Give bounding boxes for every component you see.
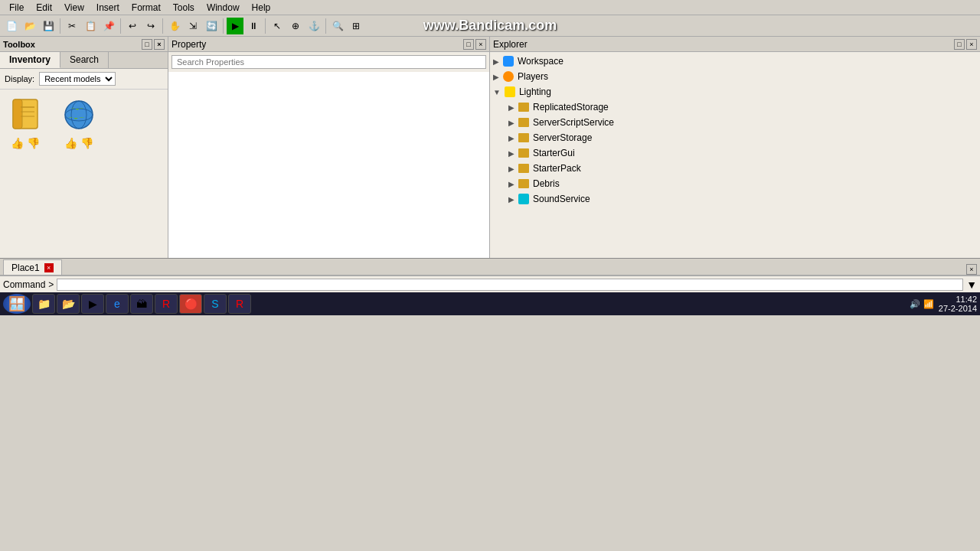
tb-play[interactable]: ▶ xyxy=(227,18,243,34)
command-bar: Command > ▼ xyxy=(0,276,980,292)
toolbox-item-2[interactable]: 👍 👎 xyxy=(60,96,98,149)
tab-place1-close[interactable]: × xyxy=(44,263,54,272)
property-close[interactable]: × xyxy=(475,39,486,50)
svg-rect-1 xyxy=(13,99,22,129)
taskbar-app-folder[interactable]: 📂 xyxy=(57,294,80,314)
tab-search[interactable]: Search xyxy=(60,52,109,68)
top-panels: Toolbox □ × Inventory Search Display: Re… xyxy=(0,37,980,259)
lighting-arrow: ▼ xyxy=(493,88,501,96)
property-title: Property xyxy=(172,39,206,50)
tb-new[interactable]: 📄 xyxy=(3,18,20,34)
menu-view[interactable]: View xyxy=(58,1,90,15)
tb-select[interactable]: ↖ xyxy=(269,18,286,34)
menu-bar: File Edit View Insert Format Tools Windo… xyxy=(0,0,980,15)
display-label: Display: xyxy=(5,74,34,83)
players-icon xyxy=(502,70,514,83)
tb-sep-1 xyxy=(60,18,60,34)
menu-help[interactable]: Help xyxy=(246,1,277,15)
thumb-up-1[interactable]: 👍 xyxy=(11,137,24,149)
tabs-bar: Place1 × × xyxy=(0,259,980,276)
taskbar-app-chrome[interactable]: 🔴 xyxy=(179,294,202,314)
tb-paste[interactable]: 📌 xyxy=(100,18,117,34)
explorer-replicated-storage[interactable]: ▶ ReplicatedStorage xyxy=(490,99,980,115)
explorer-debris[interactable]: ▶ Debris xyxy=(490,176,980,191)
tb-redo[interactable]: ↪ xyxy=(142,18,159,34)
debris-arrow: ▶ xyxy=(508,180,514,188)
thumb-down-2[interactable]: 👎 xyxy=(80,137,93,149)
start-button[interactable]: 🪟 xyxy=(3,294,31,314)
explorer-restore[interactable]: □ xyxy=(954,39,965,50)
explorer-close[interactable]: × xyxy=(966,39,977,50)
explorer-server-script-service[interactable]: ▶ ServerScriptService xyxy=(490,115,980,130)
tb-zoom-in[interactable]: 🔍 xyxy=(329,18,346,34)
property-restore[interactable]: □ xyxy=(463,39,474,50)
explorer-players[interactable]: ▶ Players xyxy=(490,69,980,84)
menu-insert[interactable]: Insert xyxy=(90,1,126,15)
taskbar-app-rb[interactable]: R xyxy=(228,294,251,314)
tb-undo[interactable]: ↩ xyxy=(124,18,141,34)
sound-icon xyxy=(518,193,530,205)
explorer-controls: □ × xyxy=(954,39,977,50)
tb-cut[interactable]: ✂ xyxy=(64,18,80,34)
menu-edit[interactable]: Edit xyxy=(30,1,58,15)
thumb-down-1[interactable]: 👎 xyxy=(27,137,40,149)
debris-icon xyxy=(518,178,530,190)
toolbox-item-1[interactable]: 👍 👎 xyxy=(6,96,44,149)
taskbar-app-mountain[interactable]: 🏔 xyxy=(130,294,153,314)
taskbar-app-files[interactable]: 📁 xyxy=(32,294,55,314)
property-search[interactable] xyxy=(172,55,486,69)
menu-window[interactable]: Window xyxy=(201,1,246,15)
taskbar-app-roblox[interactable]: R xyxy=(155,294,178,314)
cmd-input[interactable] xyxy=(57,279,963,291)
explorer-starter-pack[interactable]: ▶ StarterPack xyxy=(490,161,980,176)
explorer-lighting[interactable]: ▼ Lighting xyxy=(490,84,980,99)
tab-place1[interactable]: Place1 × xyxy=(3,259,62,275)
toolbox-close[interactable]: × xyxy=(154,39,165,50)
tab-place1-label: Place1 xyxy=(11,262,40,273)
tb-save[interactable]: 💾 xyxy=(40,18,57,34)
tb-open[interactable]: 📂 xyxy=(21,18,38,34)
explorer-server-storage[interactable]: ▶ ServerStorage xyxy=(490,130,980,145)
players-arrow: ▶ xyxy=(493,73,499,81)
network-icon[interactable]: 📶 xyxy=(923,299,934,309)
explorer-titlebar: Explorer □ × xyxy=(490,37,980,52)
taskbar-time-display: 11:42 xyxy=(939,295,977,304)
tb-rotate[interactable]: 🔄 xyxy=(203,18,220,34)
main-close[interactable]: × xyxy=(966,264,977,275)
tab-inventory[interactable]: Inventory xyxy=(0,52,60,68)
taskbar-app-ie[interactable]: e xyxy=(106,294,129,314)
explorer-sound-service[interactable]: ▶ SoundService xyxy=(490,191,980,207)
explorer-workspace[interactable]: ▶ Workspace xyxy=(490,54,980,69)
explorer-starter-gui[interactable]: ▶ StarterGui xyxy=(490,145,980,161)
explorer-items: ▶ Workspace ▶ Players ▼ Lighting ▶ R xyxy=(490,52,980,258)
tb-grid[interactable]: ⊞ xyxy=(348,18,364,34)
toolbox-items: 👍 👎 xyxy=(0,90,168,258)
tb-transform[interactable]: ⊕ xyxy=(287,18,304,34)
explorer-sss-label: ServerScriptService xyxy=(533,117,614,128)
menu-file[interactable]: File xyxy=(3,1,30,15)
taskbar-app-skype[interactable]: S xyxy=(204,294,227,314)
item-thumbs-1: 👍 👎 xyxy=(11,137,40,149)
explorer-ss-label: ServerStorage xyxy=(533,132,592,143)
toolbar: www.Bandicam.com 📄 📂 💾 ✂ 📋 📌 ↩ ↪ ✋ ⇲ 🔄 ▶… xyxy=(0,15,980,37)
display-select[interactable]: Recent models My models Free models xyxy=(39,72,116,86)
menu-format[interactable]: Format xyxy=(126,1,167,15)
tb-move[interactable]: ✋ xyxy=(166,18,183,34)
lighting-icon xyxy=(504,86,516,98)
sg-icon xyxy=(518,147,530,159)
volume-icon[interactable]: 🔊 xyxy=(910,299,920,309)
tb-anchor[interactable]: ⚓ xyxy=(305,18,322,34)
thumb-up-2[interactable]: 👍 xyxy=(64,137,77,149)
tb-stop[interactable]: ⏸ xyxy=(245,18,262,34)
property-search-input[interactable] xyxy=(172,55,486,69)
property-content xyxy=(168,72,489,258)
tb-sep-2 xyxy=(120,18,121,34)
tb-sep-4 xyxy=(223,18,224,34)
toolbox-restore[interactable]: □ xyxy=(142,39,152,50)
tb-scale[interactable]: ⇲ xyxy=(185,18,201,34)
workspace-arrow: ▶ xyxy=(493,57,499,66)
cmd-expand[interactable]: ▼ xyxy=(966,279,977,291)
tb-copy[interactable]: 📋 xyxy=(82,18,99,34)
taskbar-app-media[interactable]: ▶ xyxy=(81,294,104,314)
menu-tools[interactable]: Tools xyxy=(167,1,201,15)
